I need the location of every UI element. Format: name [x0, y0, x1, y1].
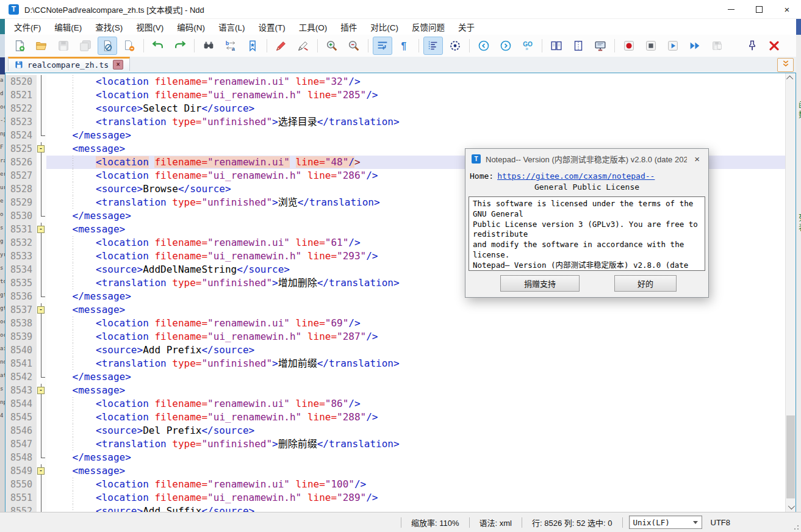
record-macro-button[interactable]	[619, 37, 639, 55]
redo-button[interactable]	[170, 37, 190, 55]
menu-item-5[interactable]: 编码(N)	[170, 19, 212, 35]
menu-item-3[interactable]: 查找(S)	[88, 19, 129, 35]
dialog-title-bar[interactable]: T Notepad-- Version (内部测试非稳定版本) v2.8.0 (…	[465, 149, 708, 168]
ok-button[interactable]: 好的	[614, 275, 677, 292]
scroll-up-button[interactable]	[786, 73, 796, 83]
indent-guide-button[interactable]	[423, 37, 443, 55]
editor-line[interactable]: 8540 <source>Add Prefix</source>	[5, 343, 786, 357]
monitor-button[interactable]	[591, 37, 610, 55]
homepage-link[interactable]: https://gitee.com/cxasm/notepad--	[497, 171, 655, 181]
toolbar-separator	[368, 39, 368, 52]
scroll-down-button[interactable]	[786, 502, 796, 512]
goto-line-button[interactable]: GO»	[518, 37, 537, 55]
fold-guide-line	[41, 75, 41, 88]
pin-button[interactable]	[742, 37, 762, 55]
menu-item-12[interactable]: 关于	[451, 19, 481, 35]
editor-line[interactable]: 8541 <translation type="unfinished">增加前缀…	[5, 357, 786, 370]
zoom-in-button[interactable]	[322, 37, 342, 55]
close-red-button[interactable]	[764, 37, 784, 55]
find-button[interactable]	[199, 37, 218, 55]
fold-end-tick	[41, 377, 45, 378]
line-number: 8527	[5, 169, 37, 182]
save-button[interactable]	[54, 37, 73, 55]
line-number: 8539	[5, 330, 37, 343]
fold-collapse-marker[interactable]: -	[37, 387, 45, 394]
editor-line[interactable]: 8552 <source>Add Suffix</source>	[5, 505, 786, 512]
save-macro-button[interactable]	[707, 37, 727, 55]
eol-selector[interactable]: Unix(LF)	[629, 516, 702, 529]
editor-line[interactable]: 8537- <message>	[5, 303, 786, 317]
menu-item-9[interactable]: 插件	[334, 19, 364, 35]
split-view-vertical-button[interactable]	[569, 37, 588, 55]
editor-line[interactable]: 8543- <message>	[5, 384, 786, 397]
clear-mark-button[interactable]	[293, 37, 313, 55]
fold-collapse-marker[interactable]: -	[37, 467, 45, 475]
donate-button[interactable]: 捐赠支持	[500, 275, 580, 292]
dialog-close-button[interactable]: ×	[692, 154, 702, 164]
clipped-text-fragment: o	[0, 211, 3, 217]
close-all-button[interactable]	[120, 37, 139, 55]
code-content: <location filename="renamewin.ui" line="…	[46, 397, 786, 411]
menu-item-2[interactable]: 编辑(E)	[48, 19, 88, 35]
play-macro-button[interactable]	[663, 37, 683, 55]
next-doc-button[interactable]	[496, 37, 515, 55]
close-window-button[interactable]: ×	[773, 0, 801, 18]
editor-line[interactable]: 8520 <location filename="renamewin.ui" l…	[5, 75, 786, 88]
editor-line[interactable]: 8522 <source>Select Dir</source>	[5, 102, 786, 115]
play-macro-multi-button[interactable]	[685, 37, 705, 55]
token: 增加删除	[278, 277, 317, 289]
scrollbar-thumb[interactable]	[786, 415, 795, 499]
split-view-button[interactable]	[547, 37, 566, 55]
maximize-button[interactable]	[745, 0, 773, 18]
fold-collapse-marker[interactable]: -	[37, 226, 45, 233]
editor-line[interactable]: 8547 <translation type="unfinished">删除前缀…	[5, 437, 786, 451]
menu-item-10[interactable]: 对比(C)	[364, 19, 405, 35]
save-all-button[interactable]	[76, 37, 95, 55]
close-file-button[interactable]	[98, 37, 117, 55]
fold-collapse-marker[interactable]: -	[37, 306, 45, 314]
menu-item-4[interactable]: 视图(V)	[129, 19, 170, 35]
tab-close-button[interactable]: ×	[113, 60, 123, 70]
editor-line[interactable]: 8548 </message>	[5, 451, 786, 464]
vertical-scrollbar[interactable]	[785, 73, 796, 512]
menu-item-8[interactable]: 工具(O)	[292, 19, 334, 35]
prev-doc-button[interactable]	[474, 37, 494, 55]
editor-line[interactable]: 8546 <source>Del Prefix</source>	[5, 424, 786, 437]
resize-grip[interactable]	[792, 523, 799, 530]
tab-realcompare[interactable]: realcompare_zh.ts ×	[8, 57, 130, 71]
menu-item-11[interactable]: 反馈问题	[405, 19, 451, 35]
new-file-button[interactable]	[10, 37, 29, 55]
editor-line[interactable]: 8539 <location filename="ui_renamewin.h"…	[5, 330, 786, 343]
editor-line[interactable]: 8542 </message>	[5, 370, 786, 384]
replace-button[interactable]: ba	[221, 37, 240, 55]
menu-item-7[interactable]: 设置(T)	[252, 19, 292, 35]
token: line=	[307, 331, 337, 342]
menu-item-6[interactable]: 语言(L)	[212, 19, 252, 35]
open-file-button[interactable]	[32, 37, 51, 55]
show-symbols-button[interactable]: ¶	[395, 37, 414, 55]
editor-line[interactable]: 8521 <location filename="ui_renamewin.h"…	[5, 88, 786, 102]
editor-line[interactable]: 8551 <location filename="ui_renamewin.h"…	[5, 491, 786, 505]
indent	[49, 223, 73, 235]
tab-list-button[interactable]	[777, 58, 794, 72]
undo-button[interactable]	[148, 37, 168, 55]
editor-line[interactable]: 8550 <location filename="renamewin.ui" l…	[5, 478, 786, 491]
minimize-button[interactable]	[717, 0, 745, 18]
focus-mode-button[interactable]	[445, 37, 465, 55]
indent	[49, 290, 73, 302]
word-wrap-button[interactable]	[373, 37, 392, 55]
token: >	[272, 438, 278, 450]
mark-button[interactable]	[271, 37, 291, 55]
menu-item-1[interactable]: 文件(F)	[7, 19, 48, 35]
editor-line[interactable]: 8545 <location filename="ui_renamewin.h"…	[5, 411, 786, 424]
zoom-out-button[interactable]	[344, 37, 364, 55]
fold-collapse-marker[interactable]: -	[37, 145, 45, 153]
editor-line[interactable]: 8523 <translation type="unfinished">选择目录…	[5, 115, 786, 129]
token: />	[366, 411, 378, 423]
editor-line[interactable]: 8524 </message>	[5, 129, 786, 142]
editor-line[interactable]: 8538 <location filename="renamewin.ui" l…	[5, 317, 786, 330]
editor-line[interactable]: 8549- <message>	[5, 464, 786, 478]
stop-macro-button[interactable]	[641, 37, 661, 55]
editor-line[interactable]: 8544 <location filename="renamewin.ui" l…	[5, 397, 786, 411]
bookmark-button[interactable]	[243, 37, 262, 55]
